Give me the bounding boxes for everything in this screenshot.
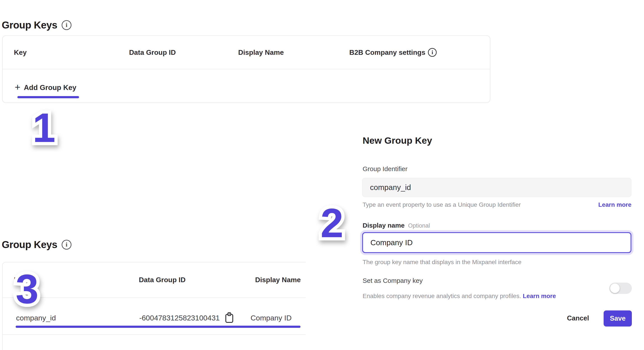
set-as-company-key-label: Set as Company key bbox=[362, 277, 423, 284]
info-icon[interactable]: i bbox=[428, 48, 437, 57]
column-header-data-group-id: Data Group ID bbox=[133, 262, 192, 297]
column-header-key: Key bbox=[14, 36, 57, 69]
group-identifier-learn-more-link[interactable]: Learn more bbox=[598, 201, 632, 208]
column-header-b2b-label: B2B Company settings bbox=[349, 49, 425, 57]
company-key-learn-more-link[interactable]: Learn more bbox=[523, 293, 556, 299]
new-group-key-title: New Group Key bbox=[362, 135, 432, 146]
display-name-helper: The group key name that displays in the … bbox=[362, 259, 522, 266]
column-header-display-name: Display Name bbox=[248, 262, 307, 297]
toggle-knob bbox=[610, 283, 620, 293]
add-group-key-button[interactable]: + Add Group Key bbox=[15, 78, 76, 97]
column-header-b2b-company-settings: B2B Company settings i bbox=[339, 36, 447, 69]
row-display-name-value: Company ID bbox=[250, 313, 292, 323]
page: Group Keys i Key Data Group ID Display N… bbox=[0, 0, 644, 350]
row-key-value: company_id bbox=[16, 313, 56, 323]
annotation-step-3-number: 3 bbox=[16, 266, 39, 312]
annotation-step-1: 1 1 bbox=[32, 107, 56, 148]
annotation-step-1-number: 1 bbox=[32, 105, 56, 151]
display-name-label: Display name bbox=[362, 222, 404, 229]
table-header-divider bbox=[2, 297, 306, 298]
group-keys-heading-top: Group Keys i bbox=[2, 19, 72, 31]
cancel-button[interactable]: Cancel bbox=[563, 314, 593, 322]
company-key-helper: Enables company revenue analytics and co… bbox=[362, 293, 556, 300]
display-name-input[interactable] bbox=[362, 232, 632, 253]
display-name-optional-tag: Optional bbox=[408, 222, 430, 229]
annotation-step-2: 2 2 bbox=[320, 202, 344, 244]
row-data-group-id-value: -6004783125823100431 bbox=[133, 313, 220, 323]
save-button[interactable]: Save bbox=[604, 310, 632, 326]
copy-icon[interactable] bbox=[224, 312, 234, 323]
info-icon[interactable]: i bbox=[62, 20, 72, 30]
group-keys-table-top: Key Data Group ID Display Name B2B Compa… bbox=[2, 36, 490, 103]
annotation-step-3: 3 3 bbox=[16, 268, 39, 309]
annotation-underline-table-row bbox=[16, 326, 300, 328]
info-icon[interactable]: i bbox=[62, 240, 72, 250]
page-title: Group Keys bbox=[2, 19, 57, 31]
company-key-helper-text: Enables company revenue analytics and co… bbox=[362, 293, 521, 299]
column-header-display-name: Display Name bbox=[232, 36, 290, 69]
group-keys-heading-bottom: Group Keys i bbox=[2, 239, 72, 250]
display-name-label-row: Display name Optional bbox=[362, 222, 430, 229]
plus-icon: + bbox=[15, 82, 20, 92]
add-group-key-label: Add Group Key bbox=[24, 83, 76, 92]
group-identifier-label: Group Identifier bbox=[362, 165, 408, 172]
annotation-underline-add-group-key bbox=[17, 96, 79, 98]
annotation-step-2-number: 2 bbox=[320, 200, 344, 246]
column-header-data-group-id: Data Group ID bbox=[124, 36, 181, 69]
table-row-divider bbox=[2, 334, 306, 335]
group-keys-table-bottom: Key Data Group ID Display Name company_i… bbox=[2, 262, 306, 350]
company-key-toggle[interactable] bbox=[609, 283, 632, 294]
group-identifier-helper: Type an event property to use as a Uniqu… bbox=[362, 201, 521, 208]
group-identifier-input[interactable] bbox=[362, 178, 632, 197]
page-title: Group Keys bbox=[2, 239, 57, 250]
table-header-divider bbox=[2, 69, 490, 69]
